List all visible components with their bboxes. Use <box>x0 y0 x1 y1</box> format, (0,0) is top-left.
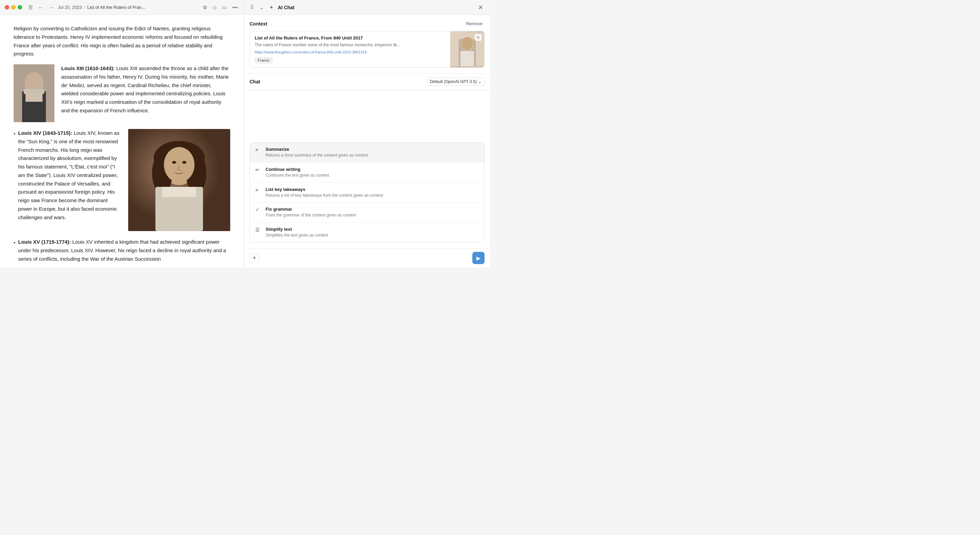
context-card-image: ⎘ <box>450 31 484 67</box>
bookmark-icon[interactable]: ◇ <box>211 4 218 11</box>
list-takeaways-info: List key takeaways Returns a list of key… <box>266 187 383 198</box>
add-button[interactable]: + <box>250 253 259 263</box>
continue-writing-desc: Continues the text given as context <box>266 172 329 178</box>
continue-writing-info: Continue writing Continues the text give… <box>266 167 329 178</box>
close-button[interactable]: ✕ <box>476 3 485 12</box>
command-fix-grammar[interactable]: ✓ Fix grammar Fixes the grammar of the c… <box>250 203 484 223</box>
bottom-bar: + ▶ <box>244 248 490 267</box>
svg-point-4 <box>26 73 42 91</box>
panel-title: AI Chat <box>278 5 294 10</box>
toolbar-actions: ⚙ ◇ ▭ ••• <box>201 4 239 11</box>
louis14-title: Louis XIV (1643-1715): <box>18 130 72 136</box>
chat-section: Chat Default (OpenAI GPT-3.5) ⌄ <box>244 73 490 90</box>
breadcrumb: Jul 20, 2023 / List of All the Rulers of… <box>58 5 199 10</box>
summarize-title: Summarize <box>266 147 368 152</box>
maximize-traffic-light[interactable] <box>18 5 22 10</box>
fix-grammar-title: Fix grammar <box>266 207 356 212</box>
drag-handle-icon[interactable]: ⠿ <box>249 4 255 11</box>
louis15-title: Louis XV (1715-1774): <box>18 239 71 245</box>
intro-paragraph: Religion by converting to Catholicism an… <box>14 24 230 58</box>
chat-label: Chat <box>250 79 260 85</box>
context-card: List of All the Rulers of France, From 8… <box>250 31 485 68</box>
list-takeaways-icon: ≡ <box>255 187 261 193</box>
louis15-section: • Louis XV (1715-1774): Louis XV inherit… <box>14 238 230 263</box>
summarize-info: Summarize Returns a short summary of the… <box>266 147 368 158</box>
chevron-down-icon[interactable]: ⌄ <box>258 4 265 11</box>
send-button[interactable]: ▶ <box>473 252 485 264</box>
commands-list: ≡ Summarize Returns a short summary of t… <box>250 142 485 243</box>
svg-point-16 <box>182 161 186 164</box>
louis14-section: • Louis XIV (1643-1715): Louis XIV, know… <box>14 129 230 231</box>
context-tag: France <box>255 57 272 63</box>
louis13-portrait <box>14 64 54 122</box>
model-label: Default (OpenAI GPT-3.5) <box>430 79 477 84</box>
simplify-text-desc: Simplifies the text given as context <box>266 232 328 238</box>
list-takeaways-title: List key takeaways <box>266 187 383 192</box>
command-continue-writing[interactable]: ✏ Continue writing Continues the text gi… <box>250 163 484 183</box>
content-area: Religion by converting to Catholicism an… <box>0 15 244 267</box>
right-toolbar: ⠿ ⌄ ✦ AI Chat ✕ <box>244 0 490 15</box>
svg-rect-5 <box>24 89 44 94</box>
louis13-text-block: Louis XIII (1610-1643): Louis XIII ascen… <box>61 64 230 121</box>
traffic-lights <box>5 5 22 10</box>
more-icon[interactable]: ••• <box>231 4 239 11</box>
summarize-desc: Returns a short summary of the content g… <box>266 152 368 158</box>
command-simplify-text[interactable]: ☰ Simplify text Simplifies the text give… <box>250 223 484 242</box>
close-traffic-light[interactable] <box>5 5 9 10</box>
louis14-text-block: • Louis XIV (1643-1715): Louis XIV, know… <box>14 129 121 231</box>
breadcrumb-page-title: List of All the Rulers of Fran... <box>87 5 145 10</box>
context-card-desc: The rulers of France number some of the … <box>255 42 445 48</box>
fix-grammar-desc: Fixes the grammar of the content given a… <box>266 212 356 218</box>
context-header: Context Remove <box>250 21 485 27</box>
svg-point-20 <box>462 37 473 50</box>
left-panel: ☰ ← → Jul 20, 2023 / List of All the Rul… <box>0 0 244 267</box>
command-list-takeaways[interactable]: ≡ List key takeaways Returns a list of k… <box>250 183 484 203</box>
chevron-icon: ⌄ <box>478 79 482 84</box>
copy-icon[interactable]: ⎘ <box>475 34 482 41</box>
fix-grammar-info: Fix grammar Fixes the grammar of the con… <box>266 207 356 218</box>
louis13-content: Louis XIII (1610-1643): Louis XIII ascen… <box>61 64 230 115</box>
breadcrumb-separator: / <box>84 5 85 10</box>
model-selector[interactable]: Default (OpenAI GPT-3.5) ⌄ <box>427 78 485 86</box>
settings-icon[interactable]: ⚙ <box>201 4 208 11</box>
louis14-content: Louis XIV (1643-1715): Louis XIV, known … <box>18 129 121 222</box>
svg-rect-21 <box>460 51 474 66</box>
context-card-url[interactable]: https://www.thoughtco.com/rulers-of-fran… <box>255 50 445 54</box>
toolbar: ☰ ← → Jul 20, 2023 / List of All the Rul… <box>0 0 244 15</box>
minimize-traffic-light[interactable] <box>11 5 16 10</box>
commands-area: ≡ Summarize Returns a short summary of t… <box>244 90 490 248</box>
remove-button[interactable]: Remove <box>464 21 485 27</box>
svg-point-15 <box>172 161 176 164</box>
simplify-text-info: Simplify text Simplifies the text given … <box>266 227 328 238</box>
forward-button[interactable]: → <box>47 4 55 11</box>
ai-panel-content: Context Remove List of All the Rulers of… <box>244 15 490 267</box>
continue-writing-title: Continue writing <box>266 167 329 172</box>
louis13-title: Louis XIII (1610-1643): <box>61 65 115 71</box>
command-summarize[interactable]: ≡ Summarize Returns a short summary of t… <box>250 142 484 163</box>
louis14-body: Louis XIV, known as the "Sun King," is o… <box>18 130 119 220</box>
simplify-text-title: Simplify text <box>266 227 328 232</box>
breadcrumb-date: Jul 20, 2023 <box>58 5 82 10</box>
right-panel: ⠿ ⌄ ✦ AI Chat ✕ Context Remove List of A… <box>244 0 490 267</box>
send-icon: ▶ <box>476 255 480 261</box>
svg-point-12 <box>164 147 194 182</box>
louis14-bullet-section: • Louis XIV (1643-1715): Louis XIV, know… <box>14 129 121 222</box>
ai-sparkle-icon: ✦ <box>268 4 275 11</box>
summarize-icon: ≡ <box>255 147 261 152</box>
plus-icon: + <box>253 255 256 262</box>
louis15-content: Louis XV (1715-1774): Louis XV inherited… <box>18 238 230 263</box>
louis13-section: Louis XIII (1610-1643): Louis XIII ascen… <box>14 64 230 122</box>
list-takeaways-desc: Returns a list of key takeaways from the… <box>266 193 383 198</box>
back-button[interactable]: ← <box>37 4 45 11</box>
context-card-info: List of All the Rulers of France, From 8… <box>250 31 450 67</box>
fix-grammar-icon: ✓ <box>255 207 261 212</box>
layout-icon[interactable]: ▭ <box>221 4 228 11</box>
continue-writing-icon: ✏ <box>255 167 261 172</box>
louis15-bullet-dot: • <box>14 239 15 263</box>
simplify-text-icon: ☰ <box>255 227 261 232</box>
svg-rect-14 <box>162 187 196 197</box>
bullet-dot: • <box>14 130 15 222</box>
menu-icon[interactable]: ☰ <box>27 4 34 11</box>
context-card-title: List of All the Rulers of France, From 8… <box>255 35 445 40</box>
context-section: Context Remove List of All the Rulers of… <box>244 15 490 73</box>
